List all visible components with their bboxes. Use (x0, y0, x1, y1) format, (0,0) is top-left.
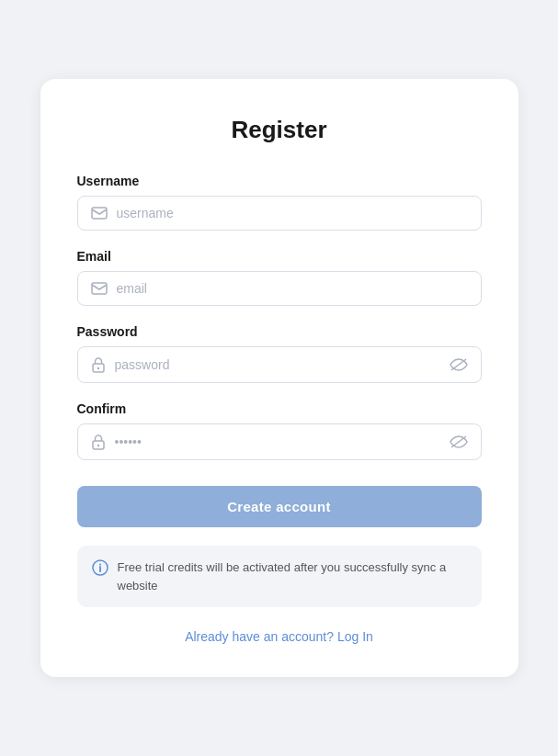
email-icon (91, 282, 108, 295)
password-label: Password (77, 324, 482, 339)
info-box: Free trial credits will be activated aft… (77, 546, 482, 607)
username-input[interactable] (117, 206, 468, 220)
login-link[interactable]: Already have an account? Log In (185, 629, 373, 644)
confirm-lock-icon (91, 434, 106, 450)
confirm-input[interactable] (115, 434, 450, 449)
username-label: Username (77, 174, 482, 188)
email-label: Email (77, 249, 482, 264)
confirm-label: Confirm (77, 401, 482, 416)
user-icon (91, 207, 108, 220)
username-input-wrapper (77, 196, 482, 231)
password-field-group: Password (77, 324, 482, 383)
lock-icon (91, 356, 106, 373)
email-input-wrapper (77, 271, 482, 306)
login-link-container: Already have an account? Log In (77, 629, 482, 644)
password-toggle-icon[interactable] (450, 358, 468, 371)
svg-rect-0 (92, 208, 107, 219)
create-account-button[interactable]: Create account (77, 486, 482, 527)
confirm-field-group: Confirm (77, 401, 482, 460)
email-field-group: Email (77, 249, 482, 306)
username-field-group: Username (77, 174, 482, 231)
info-icon (92, 559, 108, 576)
confirm-toggle-icon[interactable] (450, 435, 468, 448)
password-input-wrapper (77, 346, 482, 383)
svg-rect-1 (92, 283, 107, 294)
info-text: Free trial credits will be activated aft… (118, 559, 467, 594)
password-input[interactable] (115, 357, 450, 372)
svg-point-3 (97, 367, 98, 369)
confirm-input-wrapper (77, 423, 482, 460)
svg-point-10 (99, 564, 101, 566)
svg-point-6 (97, 445, 98, 446)
page-title: Register (77, 116, 482, 144)
email-input[interactable] (117, 281, 468, 296)
register-card: Register Username Email (40, 79, 518, 677)
